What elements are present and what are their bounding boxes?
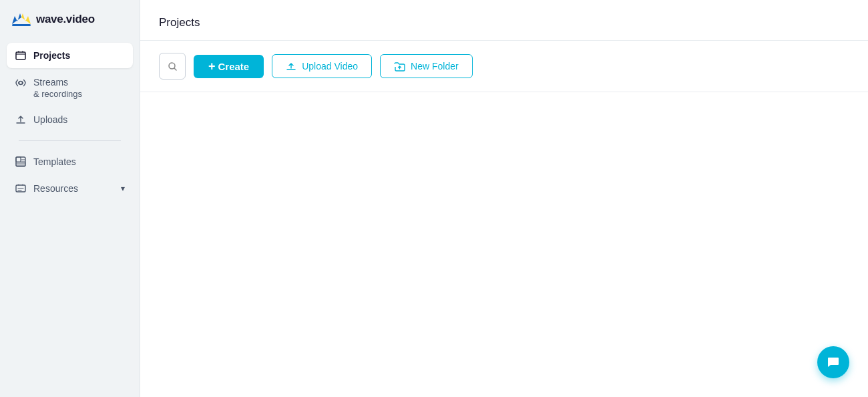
sidebar-item-projects[interactable]: Projects <box>7 43 133 68</box>
projects-icon <box>15 49 27 61</box>
svg-rect-3 <box>16 52 25 59</box>
main-content: Projects + Create Upload Video New <box>140 0 868 397</box>
upload-video-label: Upload Video <box>302 61 358 72</box>
sidebar-item-resources-label: Resources <box>33 183 78 194</box>
svg-point-4 <box>19 82 23 85</box>
chat-icon <box>826 355 841 370</box>
sidebar-item-templates-label: Templates <box>33 156 76 167</box>
sidebar-item-resources[interactable]: Resources ▾ <box>7 176 133 201</box>
sidebar-item-projects-label: Projects <box>33 50 70 61</box>
sidebar: wave.video Projects <box>0 0 140 397</box>
sidebar-item-uploads-label: Uploads <box>33 114 67 125</box>
page-header: Projects <box>140 0 868 41</box>
streams-icon <box>15 76 27 88</box>
nav-items: Projects Streams & recordings <box>0 40 140 204</box>
templates-icon <box>15 156 27 168</box>
main-body <box>140 92 868 397</box>
search-button[interactable] <box>159 53 186 80</box>
upload-icon <box>286 61 296 72</box>
logo-text: wave.video <box>36 13 95 26</box>
svg-marker-0 <box>12 13 21 24</box>
page-title: Projects <box>159 16 849 29</box>
sidebar-item-templates[interactable]: Templates <box>7 149 133 174</box>
svg-rect-6 <box>16 157 21 162</box>
create-label: Create <box>218 61 250 72</box>
wave-logo-icon <box>12 12 31 27</box>
sidebar-divider <box>19 140 121 141</box>
folder-icon <box>394 61 405 72</box>
create-button[interactable]: + Create <box>194 55 264 78</box>
resources-icon <box>15 182 27 194</box>
upload-video-button[interactable]: Upload Video <box>272 54 372 78</box>
create-plus-icon: + <box>208 60 216 72</box>
logo-area: wave.video <box>0 0 140 40</box>
sidebar-item-streams-label: Streams <box>33 77 68 88</box>
sidebar-item-streams[interactable]: Streams & recordings <box>7 70 133 106</box>
toolbar: + Create Upload Video New Folder <box>140 41 868 92</box>
chat-bubble-button[interactable] <box>817 346 849 378</box>
search-icon <box>168 61 178 72</box>
new-folder-button[interactable]: New Folder <box>380 54 473 78</box>
sidebar-item-streams-label2: & recordings <box>33 89 82 99</box>
svg-rect-2 <box>12 24 31 26</box>
svg-marker-1 <box>21 13 31 24</box>
uploads-icon <box>15 114 27 126</box>
new-folder-label: New Folder <box>411 61 459 72</box>
sidebar-item-uploads[interactable]: Uploads <box>7 107 133 132</box>
chevron-down-icon: ▾ <box>121 184 125 193</box>
